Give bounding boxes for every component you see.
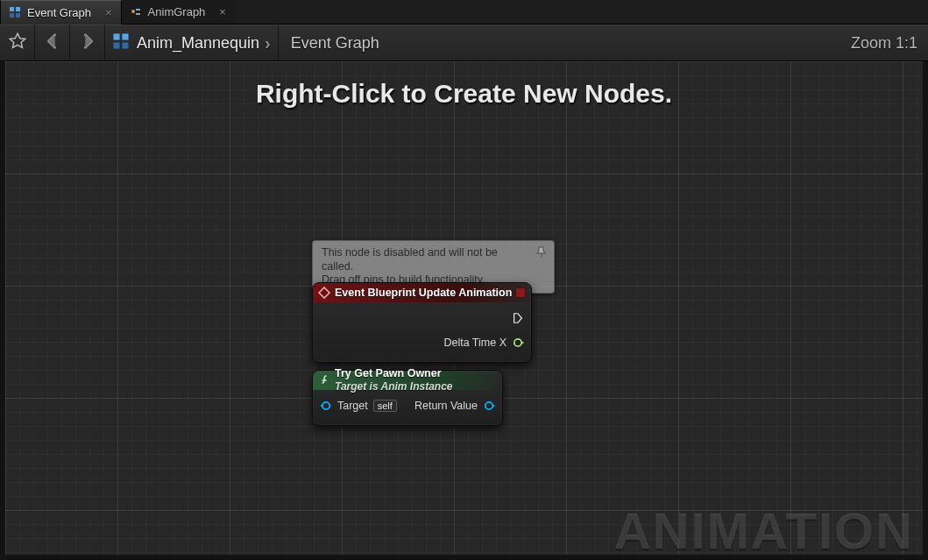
tab-label: Event Graph (27, 6, 91, 19)
graph-icon (8, 5, 22, 19)
arrow-right-icon (78, 32, 97, 54)
self-chip[interactable]: self (373, 400, 397, 412)
nav-back-button[interactable] (35, 25, 70, 61)
float-out-pin[interactable] (512, 337, 524, 349)
object-in-pin[interactable] (320, 400, 332, 412)
tab-anim-graph[interactable]: AnimGraph × (122, 0, 235, 24)
svg-rect-2 (10, 13, 14, 18)
anim-graph-icon (129, 5, 143, 19)
nav-forward-button[interactable] (70, 25, 105, 61)
toolbar: Anim_Mannequin › Event Graph Zoom 1:1 (0, 25, 928, 61)
node-header[interactable]: Event Blueprint Update Animation (313, 283, 531, 302)
svg-rect-10 (122, 42, 128, 48)
pushpin-icon[interactable] (535, 246, 549, 260)
comment-line: This node is disabled and will not be ca… (322, 246, 524, 273)
object-out-pin[interactable] (483, 400, 495, 412)
graph-canvas[interactable]: Right-Click to Create New Nodes. ANIMATI… (0, 61, 928, 560)
tab-label: AnimGraph (148, 5, 206, 18)
blueprint-icon (112, 32, 130, 54)
node-body: Target self Return Value (313, 390, 502, 425)
svg-rect-9 (113, 42, 119, 48)
function-icon (318, 374, 330, 386)
node-title: Try Get Pawn Owner (335, 368, 452, 379)
breadcrumb-blueprint: Anim_Mannequin (137, 34, 259, 53)
svg-rect-3 (16, 13, 20, 18)
tab-event-graph[interactable]: Event Graph × (0, 0, 122, 24)
favorite-button[interactable] (0, 25, 35, 61)
svg-rect-1 (16, 7, 20, 11)
svg-rect-7 (113, 33, 119, 39)
delegate-pin-icon[interactable] (515, 287, 526, 298)
canvas-watermark: ANIMATION (614, 501, 914, 560)
node-try-get-pawn-owner[interactable]: Try Get Pawn Owner Target is Anim Instan… (312, 370, 503, 426)
node-title: Event Blueprint Update Animation (335, 287, 512, 299)
svg-rect-5 (136, 9, 140, 11)
event-icon (318, 287, 330, 299)
canvas-hint: Right-Click to Create New Nodes. (5, 79, 923, 109)
zoom-indicator: Zoom 1:1 (851, 34, 928, 53)
svg-rect-0 (10, 7, 14, 11)
breadcrumb[interactable]: Anim_Mannequin › (105, 25, 279, 60)
tab-bar: Event Graph × AnimGraph × (0, 0, 928, 25)
node-body: Delta Time X (313, 302, 531, 362)
node-subtitle: Target is Anim Instance (335, 381, 452, 393)
pin-label: Delta Time X (443, 337, 507, 349)
close-icon[interactable]: × (219, 5, 226, 18)
pin-label: Target (337, 400, 368, 412)
star-icon (8, 32, 27, 54)
node-header[interactable]: Try Get Pawn Owner Target is Anim Instan… (313, 371, 502, 390)
exec-out-pin[interactable] (512, 312, 524, 324)
breadcrumb-graph: Event Graph (279, 34, 392, 53)
svg-point-4 (131, 10, 135, 13)
svg-point-13 (485, 402, 492, 409)
svg-point-12 (322, 402, 329, 409)
arrow-left-icon (43, 32, 62, 54)
svg-rect-8 (122, 33, 128, 39)
close-icon[interactable]: × (105, 6, 112, 19)
node-event-update-animation[interactable]: Event Blueprint Update Animation Delta T… (312, 282, 532, 363)
svg-point-11 (514, 339, 521, 346)
pin-label: Return Value (414, 400, 478, 412)
svg-rect-6 (136, 13, 140, 15)
chevron-right-icon: › (265, 33, 271, 53)
